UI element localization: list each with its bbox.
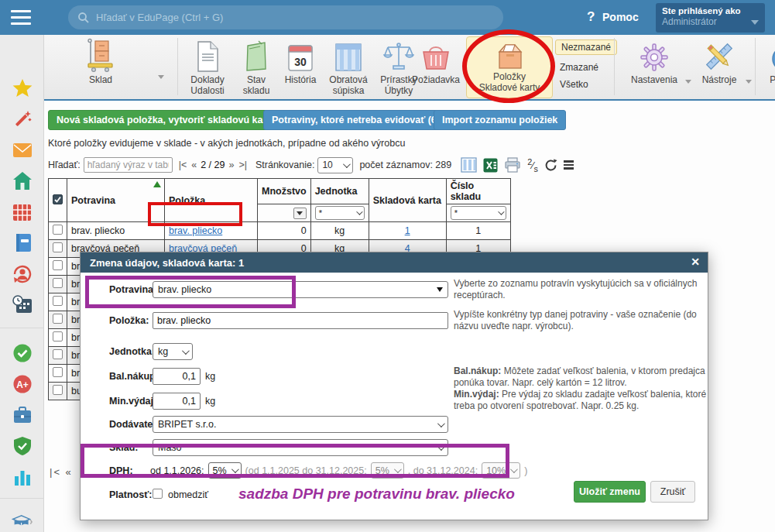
bal-nakup-input[interactable]: [153, 368, 201, 385]
pager-first[interactable]: |<: [179, 160, 187, 170]
polozka-input[interactable]: [153, 312, 448, 329]
col-header-potravina[interactable]: Potravina: [67, 179, 165, 222]
refresh-icon[interactable]: [544, 159, 557, 172]
jednotka-select[interactable]: kg: [153, 343, 193, 360]
magic-wand-icon[interactable]: [12, 108, 33, 129]
statistics-bar-chart-icon[interactable]: [12, 466, 33, 487]
bottom-pager[interactable]: |< «: [50, 466, 73, 478]
toolbar-nastroje[interactable]: Nástroje: [694, 38, 744, 85]
column-settings-icon[interactable]: [461, 157, 477, 173]
polozka-help: Vypíšte konkrétny typ danej potraviny - …: [454, 309, 709, 332]
pencil-ruler-icon: [694, 38, 744, 72]
toolbar-doklady-label2: Udalosti: [182, 85, 233, 96]
cislo-skladu-filter-select[interactable]: *: [451, 206, 506, 220]
briefcase-icon[interactable]: [12, 404, 33, 425]
messages-envelope-icon[interactable]: [12, 139, 33, 160]
nastroje-dropdown-caret-icon[interactable]: [746, 80, 752, 84]
toolbar-sklad[interactable]: Sklad: [74, 38, 128, 85]
row-checkbox[interactable]: [53, 349, 63, 359]
obmedzit-checkbox[interactable]: [153, 489, 163, 499]
sklad-dropdown-caret-icon[interactable]: [158, 75, 164, 79]
row-checkbox[interactable]: [53, 367, 63, 377]
row-checkbox[interactable]: [53, 278, 63, 288]
cancel-button[interactable]: Zrušiť: [650, 481, 695, 503]
bal-nakup-label: Bal.nákup:: [109, 371, 159, 382]
new-stock-item-button[interactable]: Nová skladová položka, vytvoriť skladovú…: [48, 110, 284, 130]
svg-text:A+: A+: [16, 379, 29, 390]
row-checkbox[interactable]: [53, 260, 63, 270]
dodavatel-select[interactable]: BRIPET s.r.o.: [153, 416, 448, 433]
pager-prev[interactable]: «: [191, 160, 197, 170]
favorites-star-icon[interactable]: [12, 77, 33, 98]
toolbar-poziadavka[interactable]: Požiadavka: [408, 38, 464, 85]
notebook-icon[interactable]: [12, 232, 33, 253]
left-sidebar: A+: [0, 35, 44, 532]
page-size-select[interactable]: 10: [317, 157, 353, 173]
mnozstvo-filter-button[interactable]: [293, 208, 307, 219]
print-icon[interactable]: [504, 157, 521, 173]
dph-current-select[interactable]: 5%: [208, 462, 242, 479]
row-checkbox[interactable]: [53, 296, 63, 306]
row-checkbox[interactable]: [53, 314, 63, 324]
help-question-icon[interactable]: ?: [587, 9, 595, 25]
col-header-polozka[interactable]: Položka: [165, 179, 258, 222]
search-input[interactable]: [96, 12, 494, 23]
home-icon[interactable]: [12, 170, 33, 191]
library-book-icon[interactable]: [12, 511, 33, 532]
col-header-mnozstvo[interactable]: Množstvo: [258, 179, 311, 204]
close-icon[interactable]: ✕: [691, 256, 700, 268]
polozka-label: Položka:: [109, 315, 149, 326]
search-icon: [77, 12, 90, 24]
hamburger-menu-icon[interactable]: [11, 10, 31, 25]
substitution-person-icon[interactable]: [12, 263, 33, 284]
toolbar-stav-skladu[interactable]: Stav skladu: [235, 38, 278, 96]
pager-last[interactable]: >|: [238, 160, 247, 170]
pager-next[interactable]: »: [228, 160, 234, 170]
user-menu[interactable]: Ste prihlásený ako Administrátor: [656, 3, 765, 33]
polozka-link[interactable]: brav. pliecko: [169, 225, 222, 236]
min-vydaj-input[interactable]: [153, 393, 201, 410]
row-checkbox[interactable]: [53, 385, 63, 395]
table-columns-icon: [323, 38, 374, 72]
toolbar-polozky-skladove-karty-selected[interactable]: Položky Skladové karty: [466, 36, 553, 98]
dph-2024-select[interactable]: 10%: [482, 462, 520, 479]
dph-label: DPH:: [109, 465, 133, 476]
help-button[interactable]: Pomoc: [602, 11, 639, 23]
col-header-skladova-karta[interactable]: Skladová karta: [369, 179, 446, 222]
save-button[interactable]: Uložiť zmenu: [574, 481, 646, 503]
calendar-clock-icon[interactable]: [12, 294, 33, 315]
toolbar-historia[interactable]: 30 História: [279, 38, 322, 85]
global-search[interactable]: [68, 5, 503, 29]
filter-nezmazane[interactable]: Nezmazané: [555, 39, 617, 55]
table-search-input[interactable]: [84, 157, 173, 173]
filter-vsetko[interactable]: Všetko: [560, 79, 588, 90]
toolbar-obratova-supiska[interactable]: Obratová súpiska: [323, 38, 374, 96]
jednotka-filter-select[interactable]: *: [315, 206, 365, 220]
toolbar-nastavenia[interactable]: Nastavenia: [625, 38, 684, 85]
nastavenia-dropdown-caret-icon[interactable]: [685, 80, 691, 84]
toolbar-pomoc[interactable]: ? Pomoc: [761, 38, 775, 85]
toolbar-doklady-udalosti[interactable]: Doklady Udalosti: [182, 38, 233, 96]
foods-not-tracked-button[interactable]: Potraviny, ktoré netreba evidovať (6): [263, 110, 448, 130]
dph-2025-select[interactable]: 5%: [371, 462, 404, 479]
per-portion-toggle-icon[interactable]: 2⁄s: [527, 157, 538, 173]
col-header-cislo-skladu[interactable]: Číslo skladu: [446, 179, 510, 204]
filter-zmazane[interactable]: Zmazané: [560, 62, 598, 73]
sklad-select[interactable]: Mäso: [153, 439, 448, 456]
potravina-combobox[interactable]: brav. pliecko: [153, 281, 448, 298]
shield-check-icon[interactable]: [12, 435, 33, 456]
row-checkbox[interactable]: [53, 331, 63, 342]
jednotka-label: Jednotka:: [109, 346, 155, 357]
timetable-grid-icon[interactable]: [12, 201, 33, 222]
col-header-jednotka[interactable]: Jednotka: [310, 179, 369, 204]
select-all-checkbox[interactable]: [53, 194, 63, 204]
modal-header[interactable]: Zmena údajov, skladová karta: 1 ✕: [81, 252, 708, 273]
export-excel-icon[interactable]: [483, 158, 498, 173]
grades-a-plus-icon[interactable]: A+: [12, 373, 33, 394]
skladova-karta-link[interactable]: 1: [405, 225, 410, 236]
row-checkbox[interactable]: [53, 225, 63, 235]
import-items-button[interactable]: Import zoznamu položiek: [434, 110, 566, 130]
approval-badge-icon[interactable]: [12, 342, 33, 363]
row-checkbox[interactable]: [53, 242, 63, 252]
list-view-icon[interactable]: [564, 159, 574, 171]
